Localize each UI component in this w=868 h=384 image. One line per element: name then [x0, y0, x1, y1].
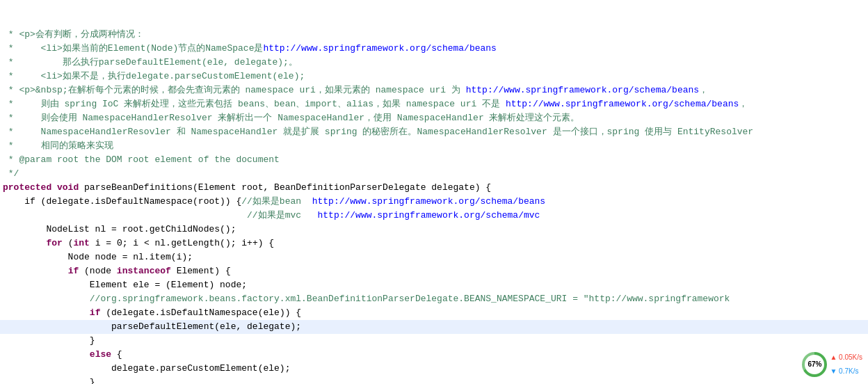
code-line: Node node = nl.item(i);	[0, 250, 868, 264]
line-code: * <p>&nbsp;在解析每个元素的时候，都会先查询元素的 namespace…	[3, 83, 868, 97]
code-token: i = 0; i < nl.getLength(); i++) {	[95, 238, 274, 248]
code-token: else	[90, 349, 117, 360]
code-line: }	[0, 334, 868, 348]
line-code: * <li>如果不是，执行delegate.parseCustomElement…	[3, 70, 868, 83]
code-line: * <p>会有判断，分成两种情况：	[0, 28, 868, 42]
code-token	[3, 238, 46, 248]
code-token: }	[3, 335, 95, 346]
code-token: Element ele = (Element) node;	[3, 280, 247, 290]
code-token: //如果是mvc	[247, 210, 317, 221]
code-token: * NamespaceHandlerResovler 和 NamespaceHa…	[3, 127, 753, 137]
line-code: */	[3, 167, 868, 181]
code-token: 如果不是，执行delegate.parseCustomElement(ele);	[63, 71, 305, 81]
code-token: * 那么执行parseDefaultElement(ele, delegate)…	[3, 57, 298, 67]
code-token: 如果当前的Element(Node)节点的NameSpace是	[63, 43, 264, 54]
percent-circle: 67%	[802, 352, 827, 377]
code-token: http://www.springframework.org/schema/be…	[466, 85, 699, 95]
code-token: void	[57, 182, 84, 193]
code-line: if (delegate.isDefaultNamespace(root)) {…	[0, 195, 868, 209]
code-token: http://www.springframework.org/schema/be…	[506, 99, 739, 109]
code-token: if	[90, 307, 106, 318]
code-token: NodeList nl = root.getChildNodes();	[3, 224, 236, 234]
code-line: NodeList nl = root.getChildNodes();	[0, 223, 868, 237]
code-token: ，	[739, 99, 748, 109]
code-token: //org.springframework.beans.factory.xml.…	[3, 294, 730, 304]
code-token: <li>	[41, 43, 63, 54]
line-code: * 那么执行parseDefaultElement(ele, delegate)…	[3, 56, 868, 70]
code-token: if	[68, 266, 84, 276]
code-token: http://www.springframework.org/schema/be…	[263, 43, 496, 54]
percent-label: 67%	[805, 355, 824, 374]
code-line: //如果是mvc http://www.springframework.org/…	[0, 209, 868, 223]
line-code: Node node = nl.item(i);	[3, 250, 868, 264]
code-token: * 则由 spring IoC 来解析处理，这些元素包括 beans、bean、…	[3, 99, 506, 109]
line-code: delegate.parseCustomElement(ele);	[3, 362, 868, 376]
code-token: *	[3, 85, 19, 95]
code-line: * 相同的策略来实现	[0, 139, 868, 153]
code-token: }	[3, 377, 95, 384]
code-line: delegate.parseCustomElement(ele);	[0, 362, 868, 376]
code-token: <p>	[19, 29, 35, 40]
code-token: *	[3, 71, 41, 81]
code-line: protected void parseBeanDefinitions(Elem…	[0, 181, 868, 195]
line-code: * 则由 spring IoC 来解析处理，这些元素包括 beans、bean、…	[3, 97, 868, 111]
line-code: if (node instanceof Element) {	[3, 264, 868, 278]
line-code: NodeList nl = root.getChildNodes();	[3, 223, 868, 237]
network-badge: 67% ▲ 0.05K/s ▼ 0.7K/s	[802, 351, 862, 378]
code-line: * NamespaceHandlerResovler 和 NamespaceHa…	[0, 125, 868, 139]
line-code: * 则会使用 NamespaceHandlerResolver 来解析出一个 N…	[3, 111, 868, 125]
line-code: * @param root the DOM root element of th…	[3, 153, 868, 167]
code-token: delegate.parseCustomElement(ele);	[3, 363, 290, 374]
code-token: protected	[3, 182, 57, 193]
code-token: Node node = nl.item(i);	[3, 252, 193, 262]
line-code: }	[3, 376, 868, 384]
code-line: * <li>如果不是，执行delegate.parseCustomElement…	[0, 70, 868, 83]
line-code: parseDefaultElement(ele, delegate);	[3, 320, 868, 334]
line-code: if (delegate.isDefaultNamespace(ele)) {	[3, 306, 868, 320]
code-line: * 则由 spring IoC 来解析处理，这些元素包括 beans、bean、…	[0, 97, 868, 111]
code-editor: * <p>会有判断，分成两种情况： * <li>如果当前的Element(Nod…	[0, 0, 868, 384]
code-token	[3, 307, 90, 318]
network-stats: ▲ 0.05K/s ▼ 0.7K/s	[830, 351, 862, 378]
code-token: parseDefaultElement(ele, delegate);	[3, 321, 301, 332]
code-line: * @param root the DOM root element of th…	[0, 153, 868, 167]
code-token: *	[3, 43, 41, 54]
code-token: for	[46, 238, 67, 248]
code-token: (node	[84, 266, 117, 276]
upload-speed: ▲ 0.05K/s	[830, 351, 862, 365]
line-code: protected void parseBeanDefinitions(Elem…	[3, 181, 868, 195]
code-token: Element) {	[177, 266, 231, 276]
code-line: * 则会使用 NamespaceHandlerResolver 来解析出一个 N…	[0, 111, 868, 125]
code-line: * 那么执行parseDefaultElement(ele, delegate)…	[0, 56, 868, 70]
code-token: if (delegate.isDefaultNamespace(root)) {	[3, 196, 241, 207]
code-token: <li>	[41, 71, 63, 81]
code-token: * 相同的策略来实现	[3, 141, 113, 151]
line-code: if (delegate.isDefaultNamespace(root)) {…	[3, 195, 868, 209]
code-line: for (int i = 0; i < nl.getLength(); i++)…	[0, 237, 868, 250]
code-token: http://www.springframework.org/schema/mv…	[317, 210, 540, 221]
code-line: if (node instanceof Element) {	[0, 264, 868, 278]
code-content: * <p>会有判断，分成两种情况： * <li>如果当前的Element(Nod…	[0, 0, 868, 384]
code-line: */	[0, 167, 868, 181]
code-token: 会有判断，分成两种情况：	[35, 29, 144, 40]
code-line: if (delegate.isDefaultNamespace(ele)) {	[0, 306, 868, 320]
code-token: * 则会使用 NamespaceHandlerResolver 来解析出一个 N…	[3, 113, 580, 123]
code-line: * <p>&nbsp;在解析每个元素的时候，都会先查询元素的 namespace…	[0, 83, 868, 97]
code-line: else {	[0, 348, 868, 362]
code-token: *	[3, 29, 19, 40]
code-token: ，	[699, 85, 708, 95]
code-token: int	[73, 238, 95, 248]
code-token	[3, 266, 68, 276]
code-token: the	[84, 154, 100, 165]
code-token	[3, 349, 90, 360]
line-code: * NamespaceHandlerResovler 和 NamespaceHa…	[3, 125, 868, 139]
line-code: else {	[3, 348, 868, 362]
line-code: //如果是mvc http://www.springframework.org/…	[3, 209, 868, 223]
code-token: //如果是bean	[241, 196, 312, 207]
code-token: &nbsp;在解析每个元素的时候，都会先查询元素的 namespace uri，…	[35, 85, 466, 95]
code-token: parseBeanDefinitions(Element root, BeanD…	[84, 182, 491, 193]
code-token: {	[117, 349, 122, 360]
code-line: }	[0, 376, 868, 384]
code-token: instanceof	[117, 266, 177, 276]
code-token: http://www.springframework.org/schema/be…	[312, 196, 545, 207]
